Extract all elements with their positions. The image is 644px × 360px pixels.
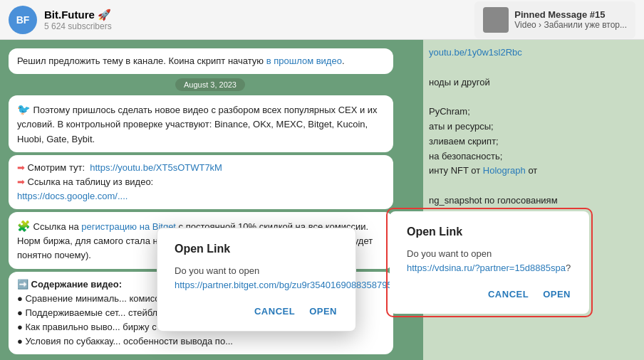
pinned-message[interactable]: Pinned Message #15 Video › Забанили уже … (474, 1, 635, 38)
dialog-1-body: Do you want to open https://partner.bitg… (175, 264, 338, 292)
dialog-1-link[interactable]: https://partner.bitget.com/bg/zu9r354016… (175, 280, 402, 290)
date-badge: August 3, 2023 (175, 78, 245, 91)
dialog-2-title: Open Link (407, 226, 572, 238)
dialog-2-actions: CANCEL OPEN (407, 286, 572, 302)
top-bar: BF Bit.Future 🚀 5 624 subscribers Pinned… (0, 0, 644, 40)
dialog-2-body: Do you want to open https://vdsina.ru/?p… (407, 247, 572, 275)
dialog-1-cancel-button[interactable]: CANCEL (253, 303, 296, 319)
right-link-1[interactable]: youtu.be/1y0w1sl2Rbc (429, 47, 522, 58)
dialog-2-highlight-border: Open Link Do you want to open https://vd… (386, 208, 593, 317)
dialog-2-link[interactable]: https://vdsina.ru/?partner=15d8885spa (407, 263, 566, 273)
pinned-title: Pinned Message #15 (514, 9, 627, 20)
prev-video-link[interactable]: в прошлом видео (266, 55, 342, 66)
table-link[interactable]: https://docs.google.com/.... (17, 191, 128, 201)
message-bubble: 🐦 Поэтому пришлось сделать новое видео с… (9, 95, 393, 152)
pinned-info: Pinned Message #15 Video › Забанили уже … (514, 9, 627, 30)
dialog-2-cancel-button[interactable]: CANCEL (487, 286, 530, 302)
holograph-link[interactable]: Holograph (483, 165, 526, 176)
channel-name: Bit.Future 🚀 (44, 9, 467, 21)
dialog-1-open-button[interactable]: OPEN (308, 303, 338, 319)
channel-avatar: BF (9, 6, 37, 34)
dialog-1-actions: CANCEL OPEN (175, 303, 338, 319)
message-bubble: Решил предложить тему в канале. Коина ск… (9, 48, 393, 74)
channel-info: Bit.Future 🚀 5 624 subscribers (44, 9, 467, 31)
pinned-thumbnail (483, 7, 509, 33)
dialog-1-title: Open Link (175, 243, 338, 255)
pinned-preview: Video › Забанили уже втор... (514, 20, 627, 30)
channel-subscribers: 5 624 subscribers (44, 21, 467, 31)
dialog-open-link-2: Open Link Do you want to open https://vd… (390, 211, 589, 314)
dialog-open-link-1: Open Link Do you want to open https://pa… (157, 228, 356, 332)
message-bubble: ➡ Смотрим тут: https://youtu.be/XT5sOTWT… (9, 155, 393, 209)
video-link[interactable]: https://youtu.be/XT5sOTWT7kM (90, 162, 222, 173)
dialog-2-open-button[interactable]: OPEN (541, 286, 572, 302)
date-separator: August 3, 2023 (0, 78, 420, 91)
